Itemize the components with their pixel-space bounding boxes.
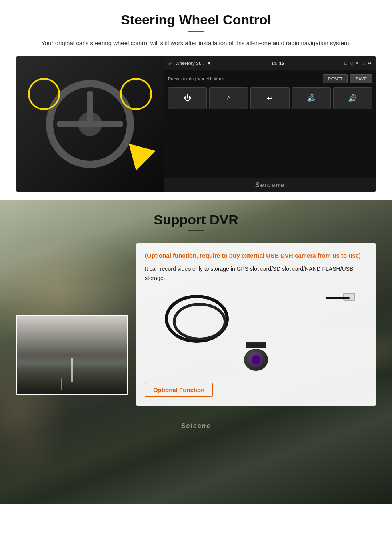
app-name: Wheelkey St...	[175, 61, 204, 66]
screen-label-row: Press steering wheel buttons RESET SAVE	[168, 74, 372, 83]
swc-watermark: Seicane	[164, 178, 376, 192]
volume-icon: ◁	[350, 61, 353, 66]
swc-section: Steering Wheel Control Your original car…	[0, 0, 392, 200]
grid-btn-power[interactable]: ⏻	[168, 87, 207, 109]
dvr-section: Support DVR (Optional function, require …	[0, 200, 392, 504]
save-button[interactable]: SAVE	[350, 74, 372, 83]
close-icon: ✕	[355, 61, 359, 66]
spoke-left	[57, 121, 91, 127]
optional-function-badge: Optional Function	[145, 381, 367, 397]
dvr-main-row: (Optional function, require to buy exter…	[16, 243, 376, 406]
reset-button[interactable]: RESET	[323, 74, 348, 83]
spoke-top	[87, 91, 93, 125]
grid-btn-vol-up2[interactable]: 🔊	[333, 87, 372, 109]
topbar-left: ⌂ Wheelkey St... ▼	[169, 60, 211, 66]
dvr-divider	[188, 230, 204, 231]
cam-ball	[244, 349, 268, 371]
dvr-watermark: Seicane	[0, 418, 392, 434]
title-divider	[188, 31, 204, 32]
signal-icon: ▼	[207, 61, 211, 66]
usb-cable	[326, 297, 350, 299]
road-line2	[61, 378, 62, 390]
display-icon: ▭	[361, 61, 365, 66]
spoke-right	[89, 121, 123, 127]
screen-ui: ⌂ Wheelkey St... ▼ 11:13 □ ◁ ✕ ▭ ↩ Press…	[164, 56, 376, 192]
camera-icon: □	[344, 61, 347, 66]
grid-btn-vol-up1[interactable]: 🔊	[292, 87, 331, 109]
dvr-info-box: (Optional function, require to buy exter…	[136, 243, 376, 406]
steering-wheel-photo	[16, 56, 164, 192]
yellow-circle-left	[28, 78, 60, 110]
grid-btn-back[interactable]: ↩	[250, 87, 289, 109]
cam-lens	[252, 355, 260, 364]
cable-coil	[165, 295, 229, 343]
road-line	[71, 358, 73, 382]
back-icon: ↩	[368, 61, 371, 66]
dvr-title: Support DVR	[16, 212, 376, 228]
screen-label: Press steering wheel buttons	[168, 76, 224, 81]
swc-image: ⌂ Wheelkey St... ▼ 11:13 □ ◁ ✕ ▭ ↩ Press…	[16, 56, 376, 192]
yellow-arrow	[129, 137, 159, 170]
screen-time: 11:13	[271, 60, 284, 66]
screen-topbar: ⌂ Wheelkey St... ▼ 11:13 □ ◁ ✕ ▭ ↩	[164, 56, 376, 70]
screen-content: Press steering wheel buttons RESET SAVE …	[164, 70, 376, 178]
topbar-icons: □ ◁ ✕ ▭ ↩	[344, 61, 371, 66]
dvr-description: It can record video only to storage in G…	[145, 264, 367, 283]
dvr-thumbnail	[16, 315, 128, 395]
grid-btn-home[interactable]: ⌂	[209, 87, 248, 109]
yellow-circle-right	[120, 78, 152, 110]
home-icon: ⌂	[169, 60, 172, 66]
dvr-optional-text: (Optional function, require to buy exter…	[145, 251, 367, 260]
dvr-content: Support DVR (Optional function, require …	[0, 200, 392, 418]
cam-mount	[246, 342, 266, 348]
dvr-camera-image	[145, 291, 367, 375]
swc-subtitle: Your original car's steering wheel contr…	[16, 38, 376, 48]
optional-function-label: Optional Function	[145, 383, 213, 397]
camera-body	[244, 342, 268, 371]
button-grid: ⏻ ⌂ ↩ 🔊 🔊	[168, 87, 372, 109]
swc-title: Steering Wheel Control	[16, 12, 376, 28]
